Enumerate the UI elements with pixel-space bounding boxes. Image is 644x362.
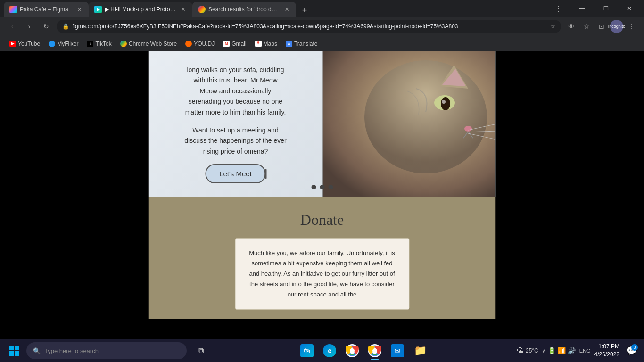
minimize-button[interactable]: — [571, 1, 593, 16]
tab-favicon-2: ▶ [94, 6, 102, 13]
bookmark-myflixer[interactable]: MyFlixer [45, 38, 82, 49]
incognito-button[interactable]: Incognito [610, 20, 623, 33]
tab-search-icon[interactable]: ⊡ [595, 20, 608, 33]
hero-meeting-text: Want to set up a meeting and discuss the… [184, 125, 286, 156]
incognito-label: Incognito [608, 24, 626, 29]
bookmark-gmail[interactable]: M Gmail [219, 38, 250, 49]
tabs-container: Paka Cafe – Figma ✕ ▶ ▶ Hi-fi Mock-up an… [4, 0, 544, 17]
url-bar[interactable]: 🔒 figma.com/proto/FJZ56es6XFyB3IF50iNEhf… [57, 20, 561, 33]
mail-icon: ✉ [391, 344, 404, 357]
task-view-button[interactable]: ⧉ [190, 340, 211, 361]
battery-icon[interactable]: 🔋 [548, 347, 556, 354]
carousel-dots [311, 185, 333, 189]
bookmark-youdj[interactable]: YOU.DJ [182, 38, 218, 49]
taskbar-app-store[interactable]: 🛍 [297, 340, 317, 361]
svg-point-5 [441, 97, 450, 110]
sys-icons: ∧ 🔋 📶 🔊 [542, 347, 576, 354]
figma-prototype-frame: long walks on your sofa, cuddling with t… [149, 51, 496, 339]
bookmark-maps[interactable]: 📍 Maps [251, 38, 281, 49]
window-controls: ⋮ — ❐ ✕ [548, 1, 640, 16]
bookmark-tiktok[interactable]: ♪ TikTok [83, 38, 115, 49]
taskbar-app-chrome-active[interactable] [364, 340, 385, 361]
up-arrow-icon[interactable]: ∧ [542, 348, 546, 354]
new-tab-button[interactable]: + [298, 4, 311, 17]
donate-title: Donate [300, 211, 344, 229]
carousel-dot-3[interactable] [328, 185, 333, 189]
lets-meet-button[interactable]: Let's Meet [205, 164, 266, 183]
toolbar-icons: 👁 ☆ ⊡ Incognito ⋮ [565, 20, 638, 33]
bookmark-translate[interactable]: A Translate [282, 38, 322, 49]
folder-icon: 📁 [413, 344, 427, 357]
taskbar-search-placeholder: Type here to search [44, 347, 99, 354]
svg-point-19 [350, 348, 355, 353]
youtube-favicon: ▶ [9, 41, 16, 47]
chrome-icon [346, 344, 359, 357]
gmail-label: Gmail [231, 41, 246, 47]
bookmark-youtube[interactable]: ▶ YouTube [6, 38, 44, 49]
more-menu-icon[interactable]: ⋮ [625, 20, 638, 33]
taskbar-app-edge[interactable]: e [319, 340, 340, 361]
svg-point-6 [442, 100, 446, 104]
url-text: figma.com/proto/FJZ56es6XFyB3IF50iNEhf/P… [72, 23, 547, 30]
back-button[interactable]: ‹ [6, 20, 19, 33]
taskbar-apps: 🛍 e [213, 340, 514, 361]
cws-label: Chrome Web Store [129, 41, 177, 47]
date-display: 4/26/2022 [594, 351, 619, 359]
svg-point-1 [364, 60, 487, 173]
browser-content: long walks on your sofa, cuddling with t… [0, 51, 644, 339]
tab-paka-cafe[interactable]: Paka Cafe – Figma ✕ [4, 2, 89, 17]
taskbar-search-bar[interactable]: 🔍 Type here to search [26, 342, 187, 359]
hero-body-text: long walks on your sofa, cuddling with t… [185, 65, 286, 117]
myflixer-favicon [49, 41, 55, 47]
bookmark-chrome-web-store[interactable]: Chrome Web Store [116, 38, 181, 49]
svg-rect-14 [15, 346, 19, 350]
time-display: 1:07 PM [594, 343, 619, 351]
taskbar-search-icon: 🔍 [33, 347, 41, 354]
youtube-label: YouTube [18, 41, 40, 47]
tiktok-favicon: ♪ [87, 41, 93, 47]
edge-icon: e [323, 344, 336, 357]
svg-rect-15 [9, 351, 14, 356]
refresh-button[interactable]: ↻ [40, 20, 53, 33]
maximize-button[interactable]: ❐ [595, 1, 617, 16]
cat-image [323, 51, 496, 197]
taskbar-app-mail[interactable]: ✉ [387, 340, 408, 361]
notification-button[interactable]: 💬 3 [623, 342, 640, 359]
tab-close-3[interactable]: ✕ [283, 6, 290, 13]
taskbar-app-explorer[interactable]: 📁 [410, 340, 430, 361]
maps-favicon: 📍 [255, 41, 262, 47]
forward-button[interactable]: › [23, 20, 36, 33]
hero-section: long walks on your sofa, cuddling with t… [149, 51, 496, 197]
address-bar: ‹ › ↻ 🔒 figma.com/proto/FJZ56es6XFyB3IF5… [0, 17, 644, 36]
taskbar-app-chrome[interactable] [342, 340, 363, 361]
carousel-dot-1[interactable] [311, 185, 316, 189]
store-icon: 🛍 [300, 344, 314, 357]
eye-off-icon[interactable]: 👁 [565, 20, 578, 33]
weather-temp: 25°C [526, 347, 538, 354]
bookmark-star-icon[interactable]: ☆ [580, 20, 593, 33]
title-bar: Paka Cafe – Figma ✕ ▶ ▶ Hi-fi Mock-up an… [0, 0, 644, 17]
youdj-label: YOU.DJ [194, 41, 215, 47]
close-button[interactable]: ✕ [619, 1, 640, 16]
carousel-dot-2[interactable] [320, 185, 324, 189]
hero-text-column: long walks on your sofa, cuddling with t… [149, 51, 323, 197]
tab-search-results[interactable]: Search results for 'drop down sh... ✕ [192, 2, 296, 17]
taskbar: 🔍 Type here to search ⧉ 🛍 e [0, 339, 644, 362]
tab-hifi-mockup[interactable]: ▶ ▶ Hi-fi Mock-up and Prototype... ✕ [89, 2, 192, 17]
system-clock[interactable]: 1:07 PM 4/26/2022 [594, 343, 619, 359]
tab-close-2[interactable]: ✕ [179, 6, 187, 13]
more-options-button[interactable]: ⋮ [548, 1, 570, 16]
windows-icon [9, 346, 19, 356]
svg-rect-13 [9, 346, 14, 350]
tab-close-1[interactable]: ✕ [75, 6, 83, 13]
active-indicator [371, 359, 379, 360]
lock-icon: 🔒 [62, 23, 69, 30]
start-button[interactable] [4, 340, 25, 361]
task-view-icon: ⧉ [198, 346, 204, 355]
tab-title-3: Search results for 'drop down sh... [208, 6, 280, 13]
weather-widget[interactable]: 🌤 25°C [516, 346, 538, 355]
donate-body-text: Much like you, we adore our family. Unfo… [247, 248, 397, 300]
wifi-icon[interactable]: 📶 [558, 347, 566, 354]
donate-card: Much like you, we adore our family. Unfo… [235, 238, 409, 310]
volume-icon[interactable]: 🔊 [568, 347, 576, 354]
